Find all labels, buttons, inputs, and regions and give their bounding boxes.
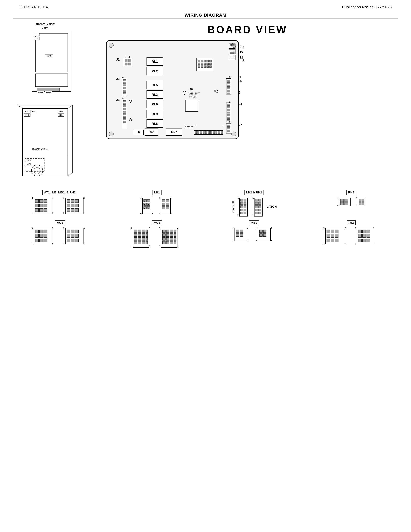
svg-rect-121 [123,113,126,115]
svg-rect-259 [259,202,261,205]
svg-rect-180 [213,131,215,134]
svg-text:IM2: IM2 [34,37,38,40]
svg-rect-85 [201,66,203,67]
svg-rect-143 [227,87,230,89]
svg-rect-379 [331,234,334,238]
svg-text:1: 1 [229,121,230,124]
svg-text:4: 4 [140,197,141,199]
svg-rect-396 [363,239,366,242]
svg-rect-182 [218,131,220,134]
svg-text:RL9: RL9 [152,112,158,116]
svg-rect-302 [67,234,70,238]
svg-rect-72 [128,63,131,65]
group-mc1: MC1 3 1 9 7 9 7 3 1 [13,220,107,249]
svg-text:1: 1 [83,242,85,245]
svg-text:AMBIENT: AMBIENT [188,92,200,95]
svg-rect-89 [207,63,209,65]
svg-point-42 [109,132,113,136]
svg-rect-116 [123,100,126,102]
svg-rect-300 [71,230,74,233]
svg-rect-264 [255,212,258,214]
mc1-conn-right-svg: 9 7 3 1 [61,227,90,246]
svg-rect-190 [39,200,43,203]
svg-rect-334 [162,230,165,233]
svg-rect-203 [67,200,70,203]
svg-rect-249 [241,209,243,211]
svg-text:AT1: AT1 [47,55,51,57]
svg-text:3: 3 [83,227,85,229]
svg-text:1: 1 [355,204,357,207]
svg-rect-271 [340,202,344,205]
svg-text:7: 7 [52,242,53,245]
svg-text:J6: J6 [239,79,242,83]
im2-conn-left-svg: 3 1 6 4 [323,227,352,246]
svg-rect-348 [170,241,173,244]
svg-text:RL7: RL7 [171,130,177,133]
svg-rect-247 [241,206,243,208]
svg-rect-145 [227,93,230,94]
svg-text:4: 4 [256,227,257,229]
svg-rect-395 [358,239,362,242]
svg-rect-81 [198,63,200,65]
svg-text:2: 2 [355,197,357,199]
svg-rect-292 [39,239,43,242]
mc1-conn-left-svg: 3 1 9 7 [29,227,58,246]
svg-text:3: 3 [247,239,249,242]
svg-rect-288 [35,234,38,238]
back-view-svg: RH1 RH3 LH1 RH2 LH2 BACK VIEW [13,104,74,184]
svg-rect-383 [335,239,338,242]
svg-text:MB2: MB2 [46,91,51,94]
svg-text:2: 2 [271,227,272,229]
svg-point-36 [31,165,43,176]
svg-text:RL2: RL2 [152,69,158,73]
lh2-conn-right-svg: 5 1 [252,196,265,217]
svg-rect-179 [211,131,212,134]
svg-rect-92 [210,66,211,67]
svg-rect-337 [174,230,176,233]
svg-rect-319 [142,234,145,237]
svg-rect-149 [227,104,230,105]
svg-text:J1: J1 [116,58,120,61]
svg-text:3: 3 [256,239,257,242]
svg-rect-349 [174,241,176,244]
group-lh1-title: LH1 [152,190,162,195]
svg-rect-277 [362,199,364,202]
group-at1-title: AT1, IM1, MB1, & RH1 [42,190,77,195]
svg-rect-177 [205,131,207,134]
svg-rect-320 [146,234,148,237]
svg-text:J4: J4 [239,102,242,105]
svg-rect-91 [207,66,209,67]
svg-text:RL5: RL5 [152,83,158,87]
svg-rect-235 [166,200,169,202]
svg-rect-133 [185,100,198,111]
svg-rect-357 [244,230,246,233]
svg-text:LH2: LH2 [59,114,63,116]
svg-text:1: 1 [31,212,33,214]
svg-text:J10: J10 [238,50,243,54]
svg-rect-208 [75,204,78,207]
board-view-title: BOARD VIEW [97,24,398,36]
svg-rect-159 [227,125,230,127]
svg-rect-270 [345,199,348,202]
svg-rect-244 [244,199,246,201]
main-content: FRONT INSIDE VIEW IM1 IM2 AT1 [0,22,411,185]
svg-text:9: 9 [63,227,64,229]
svg-text:7: 7 [63,212,64,214]
svg-text:1: 1 [214,90,215,93]
svg-rect-338 [162,234,165,237]
svg-rect-204 [71,200,74,203]
group-mc1-title: MC1 [55,220,65,225]
svg-rect-96 [123,79,126,81]
svg-rect-205 [75,200,78,203]
svg-rect-391 [367,230,370,233]
svg-rect-83 [204,63,206,65]
group-lh2-rh2: LH2 & RH2 CATCH 5 1 5 [207,190,301,217]
svg-rect-155 [227,119,230,121]
svg-text:2: 2 [337,197,338,199]
svg-text:▶: ▶ [148,203,149,205]
svg-text:3: 3 [373,227,374,229]
svg-rect-307 [75,239,78,242]
svg-rect-251 [241,212,243,214]
connector-row-1: AT1, IM1, MB1, & RH1 3 1 9 7 [0,187,411,219]
svg-rect-206 [67,204,70,207]
